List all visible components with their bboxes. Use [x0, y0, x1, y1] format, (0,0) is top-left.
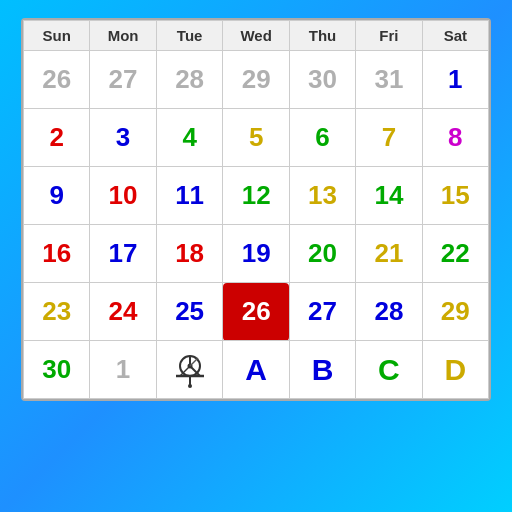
calendar-cell-r4-c3: 26: [223, 283, 289, 341]
day-header-wed: Wed: [223, 21, 289, 51]
calendar-cell-r0-c3: 29: [223, 51, 289, 109]
calendar-cell-r1-c1: 3: [90, 109, 156, 167]
calendar-cell-r3-c2: 18: [156, 225, 223, 283]
calendar-row-3: 16171819202122: [24, 225, 489, 283]
calendar-body: 2627282930311234567891011121314151617181…: [24, 51, 489, 399]
calendar-cell-r1-c4: 6: [289, 109, 355, 167]
calendar-cell-r2-c6: 15: [422, 167, 488, 225]
calendar-header-row: SunMonTueWedThuFriSat: [24, 21, 489, 51]
calendar-cell-r1-c2: 4: [156, 109, 223, 167]
calendar-cell-r5-c1: 1: [90, 341, 156, 399]
calendar-table: SunMonTueWedThuFriSat 262728293031123456…: [23, 20, 489, 399]
calendar-container: SunMonTueWedThuFriSat 262728293031123456…: [21, 18, 491, 401]
calendar-cell-r5-c3: A: [223, 341, 289, 399]
calendar-cell-r5-c4: B: [289, 341, 355, 399]
calendar-cell-r2-c3: 12: [223, 167, 289, 225]
calendar-cell-r3-c3: 19: [223, 225, 289, 283]
calendar-cell-r1-c0: 2: [24, 109, 90, 167]
day-header-sun: Sun: [24, 21, 90, 51]
calendar-cell-r0-c6: 1: [422, 51, 488, 109]
calendar-cell-r4-c1: 24: [90, 283, 156, 341]
calendar-cell-r5-c5: C: [356, 341, 422, 399]
calendar-cell-r2-c4: 13: [289, 167, 355, 225]
calendar-cell-r4-c0: 23: [24, 283, 90, 341]
calendar-cell-r3-c6: 22: [422, 225, 488, 283]
calendar-cell-r0-c0: 26: [24, 51, 90, 109]
calendar-cell-r0-c5: 31: [356, 51, 422, 109]
svg-point-9: [188, 384, 192, 388]
day-header-tue: Tue: [156, 21, 223, 51]
calendar-cell-r4-c4: 27: [289, 283, 355, 341]
calendar-cell-r2-c2: 11: [156, 167, 223, 225]
calendar-cell-r5-c2: [156, 341, 223, 399]
calendar-cell-r5-c6: D: [422, 341, 488, 399]
calendar-row-2: 9101112131415: [24, 167, 489, 225]
day-header-mon: Mon: [90, 21, 156, 51]
calendar-row-0: 2627282930311: [24, 51, 489, 109]
calendar-row-5: 301 ABCD: [24, 341, 489, 399]
calendar-cell-r4-c2: 25: [156, 283, 223, 341]
calendar-cell-r1-c5: 7: [356, 109, 422, 167]
calendar-cell-r0-c1: 27: [90, 51, 156, 109]
calendar-cell-r0-c2: 28: [156, 51, 223, 109]
calendar-cell-r3-c1: 17: [90, 225, 156, 283]
day-header-fri: Fri: [356, 21, 422, 51]
svg-line-6: [190, 358, 198, 366]
calendar-row-4: 23242526272829: [24, 283, 489, 341]
calendar-cell-r3-c4: 20: [289, 225, 355, 283]
day-header-sat: Sat: [422, 21, 488, 51]
calendar-cell-r4-c5: 28: [356, 283, 422, 341]
calendar-row-1: 2345678: [24, 109, 489, 167]
day-header-thu: Thu: [289, 21, 355, 51]
calendar-cell-r0-c4: 30: [289, 51, 355, 109]
calendar-cell-r3-c5: 21: [356, 225, 422, 283]
calendar-cell-r2-c0: 9: [24, 167, 90, 225]
calendar-cell-r5-c0: 30: [24, 341, 90, 399]
calendar-cell-r1-c3: 5: [223, 109, 289, 167]
calendar-cell-r3-c0: 16: [24, 225, 90, 283]
calendar-cell-r4-c6: 29: [422, 283, 488, 341]
calendar-cell-r1-c6: 8: [422, 109, 488, 167]
calendar-cell-r2-c5: 14: [356, 167, 422, 225]
calendar-cell-r2-c1: 10: [90, 167, 156, 225]
